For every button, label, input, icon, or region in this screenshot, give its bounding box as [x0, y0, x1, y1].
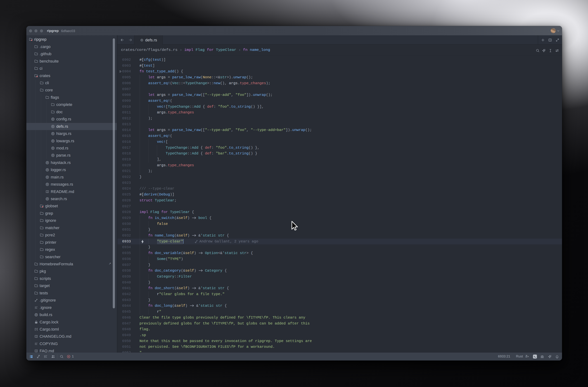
svg-text:R: R — [52, 140, 54, 142]
svg-text:R: R — [47, 162, 48, 164]
svg-text:R: R — [52, 147, 54, 149]
svg-text:R: R — [47, 176, 48, 178]
svg-text:R: R — [47, 169, 48, 171]
svg-text:R: R — [47, 183, 48, 185]
svg-text:R: R — [47, 198, 48, 200]
svg-text:R: R — [52, 118, 54, 120]
svg-text:T: T — [36, 328, 37, 330]
svg-text:R: R — [141, 39, 143, 41]
svg-text:R: R — [52, 133, 54, 135]
svg-text:R: R — [52, 125, 54, 128]
svg-text:R: R — [52, 154, 54, 156]
svg-text:R: R — [36, 314, 37, 316]
